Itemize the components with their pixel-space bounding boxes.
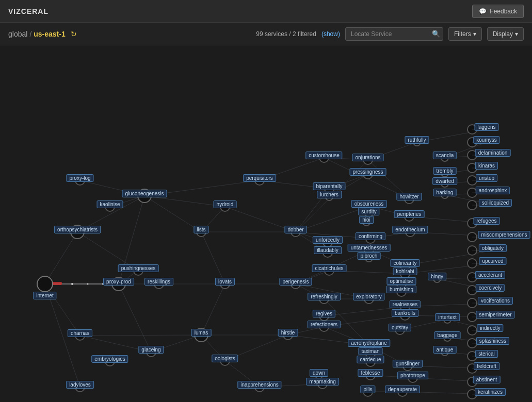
- svg-point-125: [319, 322, 329, 331]
- svg-point-127: [318, 379, 327, 389]
- svg-line-25: [296, 271, 329, 284]
- svg-line-70: [77, 232, 138, 271]
- svg-line-10: [144, 196, 225, 207]
- display-button[interactable]: Display ▾: [487, 27, 524, 41]
- svg-point-105: [134, 266, 143, 275]
- svg-line-7: [119, 284, 151, 352]
- network-svg: [0, 45, 532, 402]
- svg-point-162: [441, 180, 448, 187]
- svg-line-58: [405, 303, 495, 307]
- svg-point-167: [441, 348, 448, 356]
- svg-point-161: [441, 170, 448, 177]
- svg-point-143: [395, 325, 405, 334]
- svg-point-107: [220, 202, 230, 211]
- svg-point-158: [405, 194, 414, 204]
- svg-point-118: [325, 184, 334, 193]
- filters-button[interactable]: Filters ▾: [448, 27, 482, 41]
- svg-line-82: [296, 284, 369, 299]
- svg-line-75: [225, 361, 260, 387]
- svg-point-134: [364, 245, 374, 255]
- svg-line-55: [405, 263, 493, 274]
- svg-line-33: [370, 232, 410, 239]
- svg-line-3: [45, 284, 80, 387]
- svg-line-8: [80, 180, 144, 196]
- filters-chevron-icon: ▾: [473, 30, 476, 38]
- svg-point-98: [71, 225, 84, 239]
- svg-point-116: [283, 330, 293, 340]
- svg-point-157: [405, 212, 414, 221]
- svg-point-96: [112, 277, 125, 291]
- svg-point-135: [365, 255, 373, 262]
- svg-point-121: [323, 248, 332, 257]
- locate-service-input[interactable]: [345, 27, 443, 41]
- svg-line-53: [410, 232, 504, 237]
- filters-label: Filters: [454, 30, 471, 38]
- svg-point-147: [403, 361, 412, 371]
- svg-point-122: [325, 266, 334, 275]
- svg-point-97: [138, 189, 151, 203]
- svg-point-92: [87, 283, 89, 285]
- svg-point-131: [365, 210, 373, 217]
- svg-point-148: [366, 371, 375, 380]
- svg-point-165: [444, 316, 451, 323]
- svg-line-72: [80, 335, 201, 336]
- svg-line-48: [445, 168, 487, 173]
- feedback-icon: 💬: [479, 8, 487, 15]
- search-button[interactable]: 🔍: [432, 30, 440, 38]
- svg-point-140: [364, 294, 374, 304]
- svg-line-20: [296, 189, 329, 232]
- svg-point-103: [75, 382, 85, 392]
- svg-point-164: [433, 275, 441, 282]
- svg-point-111: [220, 356, 230, 365]
- svg-point-130: [364, 202, 374, 211]
- svg-point-114: [291, 227, 300, 237]
- svg-point-93: [102, 283, 104, 285]
- svg-line-39: [400, 320, 447, 330]
- svg-point-146: [366, 357, 375, 366]
- svg-point-117: [319, 153, 329, 162]
- svg-line-34: [369, 250, 405, 265]
- breadcrumb-sep: /: [29, 30, 31, 38]
- svg-point-166: [444, 334, 451, 341]
- refresh-icon[interactable]: ↻: [71, 30, 77, 38]
- svg-line-29: [260, 384, 323, 387]
- sub-bar: global / us-east-1 ↻ 99 services / 2 fil…: [0, 23, 532, 45]
- svg-line-17: [225, 207, 296, 232]
- svg-line-12: [144, 196, 201, 232]
- svg-point-108: [197, 227, 206, 237]
- svg-line-73: [151, 335, 201, 352]
- svg-point-149: [408, 373, 417, 382]
- feedback-button[interactable]: 💬 Feedback: [472, 5, 524, 18]
- svg-line-38: [324, 315, 405, 327]
- svg-point-139: [397, 287, 406, 296]
- svg-line-1: [45, 232, 77, 284]
- svg-line-83: [324, 299, 369, 345]
- svg-line-41: [370, 375, 413, 378]
- svg-point-101: [75, 331, 85, 340]
- svg-point-109: [220, 279, 230, 289]
- svg-point-123: [319, 294, 329, 304]
- top-bar: VIZCERAL 💬 Feedback: [0, 0, 532, 23]
- svg-line-18: [260, 158, 324, 180]
- service-count: 99 services / 2 filtered (show): [256, 30, 340, 38]
- breadcrumb-global[interactable]: global: [8, 30, 27, 38]
- svg-point-112: [255, 382, 264, 392]
- svg-point-102: [105, 357, 115, 366]
- svg-line-87: [329, 174, 368, 197]
- svg-point-124: [319, 311, 329, 321]
- svg-point-163: [441, 191, 448, 198]
- breadcrumb-region[interactable]: us-east-1: [34, 30, 65, 38]
- svg-point-151: [398, 387, 407, 396]
- network-canvas[interactable]: internet proxy-log kaolinise gluconeogen…: [0, 45, 532, 402]
- svg-line-86: [329, 174, 368, 189]
- svg-point-137: [400, 269, 410, 278]
- svg-point-110: [195, 328, 208, 342]
- svg-point-141: [400, 302, 410, 311]
- svg-point-156: [406, 227, 415, 237]
- svg-line-11: [144, 180, 260, 196]
- svg-line-62: [445, 352, 487, 356]
- svg-line-84: [324, 158, 368, 160]
- svg-point-95: [37, 276, 53, 292]
- show-link[interactable]: (show): [321, 30, 340, 38]
- svg-line-32: [369, 206, 409, 216]
